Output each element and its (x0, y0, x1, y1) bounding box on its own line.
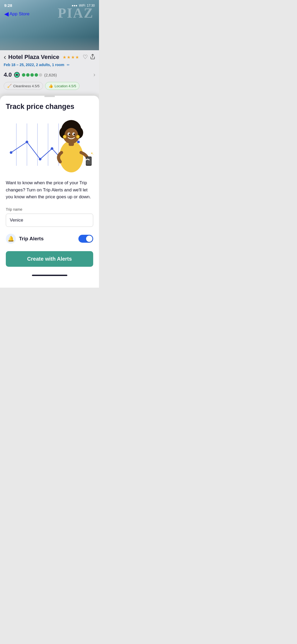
hotel-back-button[interactable]: ‹ (4, 53, 6, 61)
trip-name-label: Trip name (6, 207, 93, 211)
broom-icon: 🧹 (7, 84, 12, 88)
svg-point-31 (76, 135, 79, 138)
alerts-label: Trip Alerts (19, 236, 44, 242)
star-half: ★ (75, 55, 79, 60)
svg-rect-33 (86, 157, 91, 165)
hotel-title: Hotel Plaza Venice (8, 54, 60, 61)
character-illustration (48, 116, 93, 174)
svg-point-25 (64, 128, 78, 143)
star-1: ★ (63, 55, 66, 60)
svg-point-28 (69, 134, 70, 135)
pencil-icon[interactable]: ✏ (67, 63, 70, 67)
sheet-title: Track price changes (6, 102, 93, 111)
svg-point-5 (18, 75, 18, 75)
thumbs-up-icon: 👍 (49, 84, 53, 88)
bell-icon-container: 🔔 (6, 234, 16, 244)
rating-chevron[interactable]: › (93, 71, 95, 78)
svg-point-4 (15, 75, 16, 75)
status-time: 9:28 (4, 3, 12, 8)
create-with-alerts-button[interactable]: Create with Alerts (6, 251, 93, 267)
svg-point-15 (39, 158, 41, 160)
app-store-back-chevron: ◀ (4, 11, 9, 17)
svg-point-29 (73, 134, 75, 135)
rating-score: 4.0 (4, 71, 12, 78)
star-3: ★ (71, 55, 75, 60)
app-store-back-label: App Store (10, 11, 30, 17)
status-icons: ●●● WiFi 17:30 (72, 4, 95, 7)
svg-point-30 (63, 135, 66, 138)
sheet-handle (44, 96, 55, 97)
bell-icon: 🔔 (8, 236, 14, 242)
hotel-card: ‹ Hotel Plaza Venice ★ ★ ★ ★ ♡ Feb 18 – … (0, 50, 99, 94)
tripadvisor-logo (14, 72, 20, 78)
trip-alerts-row: 🔔 Trip Alerts (6, 233, 93, 244)
rating-dots (22, 73, 42, 77)
trip-name-field-container: Trip name (6, 207, 93, 233)
svg-point-14 (26, 141, 28, 143)
cleanliness-label: Cleanliness 4.5/5 (13, 84, 40, 88)
location-label: Location 4.5/5 (55, 84, 76, 88)
bottom-sheet: Track price changes (0, 96, 99, 288)
alerts-toggle[interactable] (78, 235, 93, 243)
home-indicator (32, 275, 67, 276)
cleanliness-tag: 🧹 Cleanliness 4.5/5 (4, 82, 43, 90)
review-count: (2,626) (44, 73, 57, 77)
toggle-thumb (86, 236, 92, 242)
illustration-container (6, 116, 93, 174)
trip-name-input[interactable] (6, 214, 93, 227)
star-2: ★ (67, 55, 70, 60)
hotel-dates: Feb 18 – 25, 2022, 2 adults, 1 room (4, 63, 64, 67)
svg-point-13 (10, 151, 12, 154)
description-text: Want to know when the price of your Trip… (6, 180, 93, 200)
status-bar: 9:28 ●●● WiFi 17:30 (0, 0, 99, 8)
app-store-back[interactable]: ◀ App Store (4, 11, 30, 17)
location-tag: 👍 Location 4.5/5 (45, 82, 80, 90)
heart-icon[interactable]: ♡ (83, 54, 88, 61)
share-icon[interactable] (90, 54, 95, 61)
